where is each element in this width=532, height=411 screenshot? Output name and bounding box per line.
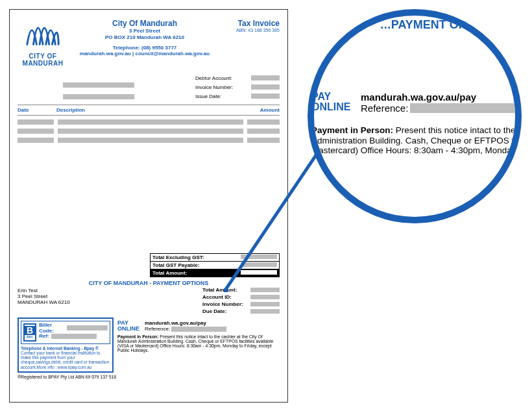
pay-online-url: mandurah.wa.gov.au/pay [145, 320, 226, 326]
pm-due: Due Date: [202, 308, 248, 314]
payment-meta: Total Amount: Account ID: Invoice Number… [151, 286, 280, 315]
mandurah-logo-icon [24, 19, 62, 47]
customer-address: Erin Test 3 Peel Street MANDURAH WA 6210 [18, 288, 146, 315]
line-items-header: Date Description Amount [18, 105, 280, 116]
pm-total: Total Amount: [202, 287, 248, 293]
line-items [18, 119, 280, 143]
redacted-line [63, 94, 134, 99]
totals-box: Total Excluding GST: Total GST Payable: … [150, 253, 280, 277]
debtor-label: Debtor Account: [195, 75, 247, 81]
logo-text-1: CITY OF [29, 53, 57, 60]
payment-in-person: Payment in Person: Present this notice i… [117, 334, 280, 353]
org-name: City Of Mandurah [75, 19, 215, 28]
biller-code-value [67, 325, 108, 330]
issue-date-label: Issue Date: [195, 93, 247, 99]
mag-url: mandurah.wa.gov.au/pay [361, 92, 517, 103]
table-row [18, 138, 280, 143]
logo-block: CITY OFMANDURAH [18, 19, 68, 67]
inv-num-value [251, 84, 280, 90]
header: CITY OFMANDURAH City Of Mandurah 3 Peel … [18, 19, 280, 67]
inv-num-label: Invoice Number: [195, 84, 247, 90]
org-email: mandurah.wa.gov.au | council@mandurah.wa… [75, 51, 215, 57]
org-block: City Of Mandurah 3 Peel Street PO BOX 21… [75, 19, 215, 57]
cust-addr1: 3 Peel Street [18, 293, 146, 299]
redacted-line [63, 82, 134, 88]
gst-value [241, 262, 277, 267]
gst-label: Total GST Payable: [152, 262, 199, 268]
total-label: Total Amount: [152, 270, 187, 276]
mag-in-person: Payment in Person: Present this notice i… [311, 125, 522, 156]
pay-online-label: PAY ONLINE [117, 320, 142, 332]
bpay-ref-label: Ref: [39, 333, 49, 339]
tax-invoice-title: Tax Invoice [221, 19, 280, 28]
logo-text-2: MANDURAH [23, 60, 64, 67]
bpay-box: BPAY Biller Code: Ref: Telephone & Inter… [18, 318, 114, 373]
payment-options-title: CITY OF MANDURAH - PAYMENT OPTIONS [18, 280, 280, 286]
mag-inv-frag: InvoicD [311, 51, 522, 72]
pay-online-ref-value [171, 327, 226, 332]
org-addr1: 3 Peel Street [75, 28, 215, 34]
tel-label: Telephone: [113, 45, 140, 51]
pay-online-ref-label: Reference: [145, 326, 170, 332]
tax-block: Tax Invoice ABN: 43 188 356 365 [221, 19, 280, 32]
tel: (08) 9550 3777 [141, 45, 176, 51]
table-row [18, 119, 280, 125]
org-addr2: PO BOX 210 Mandurah WA 6210 [75, 34, 215, 41]
bpay-ref-value [51, 334, 97, 339]
debtor-value [251, 75, 280, 81]
total-value [241, 270, 277, 275]
invoice-page: CITY OFMANDURAH City Of Mandurah 3 Peel … [9, 9, 288, 403]
cust-addr2: MANDURAH WA 6210 [18, 299, 146, 305]
mag-ref-label: Reference: [361, 103, 408, 114]
mag-pay-online: PAY ONLINE mandurah.wa.gov.au/pay Refere… [311, 92, 522, 114]
cust-name: Erin Test [18, 288, 146, 293]
bpay-registered: ®Registered to BPAY Pty Ltd ABN 69 079 1… [18, 375, 280, 379]
pm-acct: Account ID: [202, 294, 248, 300]
biller-code-label: Biller Code: [39, 322, 65, 334]
ex-gst-value [241, 255, 277, 259]
issue-date-value [251, 93, 280, 99]
abn: 43 188 356 365 [248, 28, 280, 32]
pay-online-block: PAY ONLINE mandurah.wa.gov.au/pay Refere… [117, 320, 280, 332]
col-date: Date [18, 107, 56, 113]
bpay-url: www.bpay.com.au [58, 365, 91, 369]
mag-title: ...PAYMENT OPTIONS [324, 18, 522, 32]
magnifier-callout: ...PAYMENT OPTIONS InvoicD PAY ONLINE ma… [308, 9, 522, 223]
col-amount: Amount [241, 107, 280, 113]
bpay-foot-title: Telephone & Internet Banking - Bpay ® [21, 346, 99, 351]
abn-label: ABN: [236, 28, 247, 32]
pm-inv: Invoice Number: [202, 301, 248, 307]
ex-gst-label: Total Excluding GST: [152, 255, 204, 260]
invoice-meta: Debtor Account: Invoice Number: Issue Da… [18, 73, 280, 101]
col-desc: Description [56, 107, 241, 113]
bpay-logo-icon: BPAY [23, 323, 36, 342]
table-row [18, 129, 280, 134]
mag-ref-value [410, 103, 517, 113]
